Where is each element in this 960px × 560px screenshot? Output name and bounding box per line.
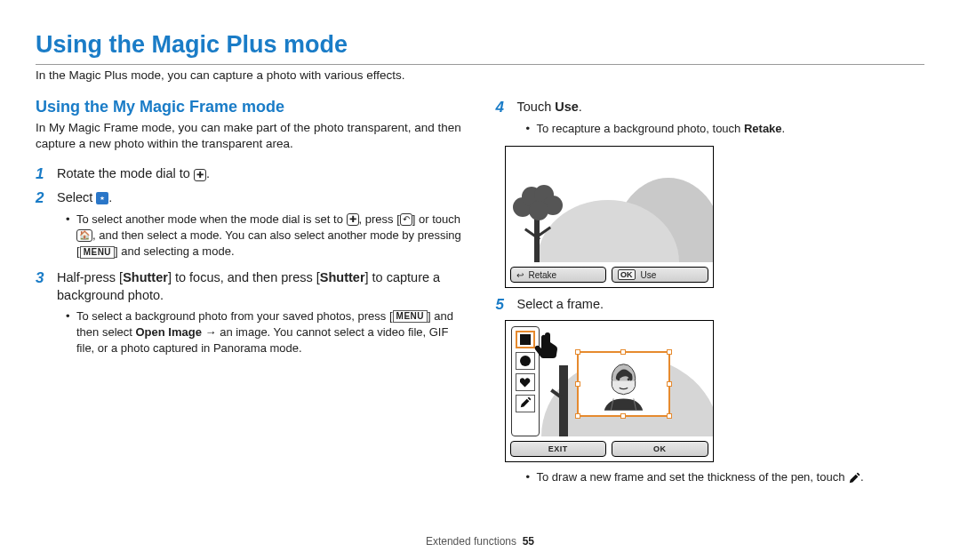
camera-preview-illustration: ↩ Retake OK Use [505, 146, 714, 288]
step-2-sub-bullets: To select another mode when the mode dia… [66, 212, 465, 260]
page-title: Using the Magic Plus mode [36, 31, 924, 65]
shutter-label: Shutter [320, 270, 365, 284]
right-column: 4 Touch Use. To recapture a background p… [496, 98, 925, 495]
resize-handle[interactable] [667, 413, 672, 419]
step-body: Rotate the mode dial to ✚. [57, 164, 465, 182]
step-text-tail: . [206, 166, 210, 180]
use-button[interactable]: OK Use [612, 267, 708, 283]
step-5-sub-bullets: To draw a new frame and set the thicknes… [526, 469, 925, 485]
preview-button-bar: ↩ Retake OK Use [510, 267, 708, 283]
ok-button[interactable]: OK [612, 441, 708, 457]
step-4-sub-bullets: To recapture a background photo, touch R… [526, 121, 925, 137]
step-body: Select a frame. [517, 295, 925, 313]
t: Half-press [ [57, 270, 123, 284]
frame-option-draw[interactable] [516, 395, 535, 412]
resize-handle[interactable] [575, 413, 580, 419]
t: Touch [517, 100, 556, 114]
bullet-item: To select a background photo from your s… [66, 308, 465, 357]
ok-badge: OK [618, 269, 636, 280]
step-3-sub-bullets: To select a background photo from your s… [66, 308, 465, 357]
resize-handle[interactable] [667, 349, 672, 355]
use-text: Use [641, 270, 657, 280]
circle-icon [520, 356, 531, 366]
portrait-placeholder [586, 360, 661, 408]
back-icon: ↶ [400, 213, 412, 226]
step-number: 1 [36, 164, 57, 184]
tree-crown [513, 185, 562, 225]
frame-button-bar: EXIT OK [510, 441, 708, 457]
step-text: Select [57, 190, 96, 204]
square-icon [520, 334, 531, 345]
shutter-label: Shutter [123, 270, 168, 284]
footer-section: Extended functions [426, 535, 516, 548]
t: To select another mode when the mode dia… [76, 212, 347, 226]
step-number: 5 [496, 295, 517, 315]
step-number: 4 [496, 98, 517, 117]
hand-cursor-icon [531, 332, 563, 358]
t: . [860, 470, 864, 484]
t: To recapture a background photo, touch [537, 122, 744, 135]
selection-frame[interactable] [577, 351, 670, 417]
svg-point-2 [627, 379, 629, 381]
back-arrow-icon: ↩ [516, 270, 524, 280]
step-2: 2 Select . [36, 188, 465, 208]
two-column-layout: Using the My Magic Frame mode In My Magi… [36, 98, 924, 495]
step-text: Rotate the mode dial to [57, 166, 194, 180]
subsection-title: Using the My Magic Frame mode [36, 98, 465, 116]
tree-trunk [559, 365, 568, 436]
exit-button[interactable]: EXIT [510, 441, 607, 457]
step-4: 4 Touch Use. [496, 98, 925, 117]
mode-dial-magic-icon: ✚ [347, 213, 359, 226]
retake-button[interactable]: ↩ Retake [510, 267, 607, 283]
intro-text: In the Magic Plus mode, you can capture … [36, 68, 924, 82]
t: ] and selecting a mode. [115, 244, 234, 258]
menu-button-label: MENU [393, 310, 428, 323]
open-image-label: Open Image [136, 325, 202, 339]
frame-select-illustration: EXIT OK [505, 320, 714, 462]
retake-text: Retake [529, 270, 557, 280]
resize-handle[interactable] [667, 381, 672, 387]
step-number: 2 [36, 188, 57, 208]
magic-frame-icon [96, 192, 108, 204]
svg-point-1 [617, 379, 620, 381]
draw-pen-icon [848, 472, 860, 484]
bullet-item: To recapture a background photo, touch R… [526, 121, 925, 137]
step-body: Touch Use. [517, 98, 925, 116]
step-1: 1 Rotate the mode dial to ✚. [36, 164, 465, 184]
draw-pen-icon [519, 396, 532, 412]
step-5: 5 Select a frame. [496, 295, 925, 315]
bullet-item: To draw a new frame and set the thicknes… [526, 469, 925, 485]
bullet-item: To select another mode when the mode dia… [66, 212, 465, 260]
home-icon: 🏠 [76, 229, 92, 242]
footer-page-number: 55 [523, 535, 534, 548]
use-label: Use [555, 100, 579, 114]
t: . [579, 100, 582, 114]
left-column: Using the My Magic Frame mode In My Magi… [36, 98, 465, 495]
t: To select a background photo from your s… [76, 309, 393, 323]
subsection-intro: In My Magic Frame mode, you can make par… [36, 120, 465, 152]
step-text-tail: . [108, 190, 112, 204]
mode-dial-magic-icon: ✚ [194, 169, 206, 181]
step-number: 3 [36, 268, 57, 288]
t: To draw a new frame and set the thicknes… [537, 470, 848, 484]
step-body: Half-press [Shutter] to focus, and then … [57, 268, 465, 305]
resize-handle[interactable] [620, 413, 626, 419]
retake-label: Retake [744, 122, 782, 135]
menu-button-label: MENU [80, 246, 115, 259]
frame-option-heart[interactable] [516, 373, 535, 391]
t: , press [ [359, 212, 400, 226]
resize-handle[interactable] [620, 349, 626, 355]
t: ] or touch [412, 212, 460, 226]
resize-handle[interactable] [575, 381, 580, 387]
resize-handle[interactable] [575, 349, 580, 355]
page-footer: Extended functions 55 [0, 535, 960, 548]
t: ] to focus, and then press [ [168, 270, 320, 284]
step-3: 3 Half-press [Shutter] to focus, and the… [36, 268, 465, 305]
step-body: Select . [57, 188, 465, 206]
heart-icon [520, 377, 531, 388]
t: . [782, 122, 786, 135]
